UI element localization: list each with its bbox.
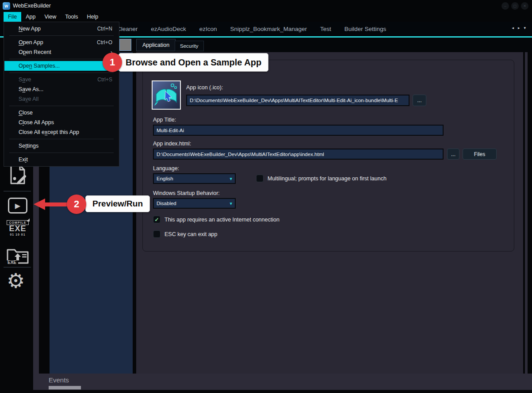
play-icon: ▶ xyxy=(15,202,20,210)
app-settings-groupbox: App icon (.ico): D:\Documents\WebExeBuil… xyxy=(142,60,514,252)
events-panel xyxy=(33,374,532,390)
tab-security[interactable]: Security xyxy=(175,41,204,51)
menu-separator xyxy=(9,153,114,153)
esc-exit-label: ESC key can exit app xyxy=(165,231,218,237)
settings-gear-icon[interactable]: ⚙ xyxy=(7,271,25,291)
preview-run-button[interactable]: ▶ xyxy=(8,198,27,214)
compile-binary-text: 01 10 01 xyxy=(7,233,29,236)
chevron-down-icon: ▾ xyxy=(230,201,232,206)
tab-scroll-right-icon[interactable]: ▸ xyxy=(518,26,520,30)
maximize-button[interactable]: ▢ xyxy=(511,2,519,10)
menu-item-save-as[interactable]: Save As... xyxy=(4,84,119,94)
menu-item-settings[interactable]: Settings xyxy=(4,141,119,151)
events-progress-bar xyxy=(49,386,81,389)
menu-item-close-all-apps[interactable]: Close All Apps xyxy=(4,118,119,127)
multilingual-label: Multilingual; prompts for language on fi… xyxy=(268,176,387,182)
menu-bar: File App View Tools Help xyxy=(0,12,532,22)
multilingual-checkbox[interactable] xyxy=(256,175,264,182)
menu-help[interactable]: Help xyxy=(82,12,103,22)
events-label: Events xyxy=(49,376,69,384)
export-exe-folder-icon[interactable]: EXE xyxy=(6,246,29,264)
app-title-label: App Title: xyxy=(153,117,176,123)
menu-separator xyxy=(9,35,114,36)
menu-separator xyxy=(9,59,114,59)
compile-exe-text: EXE xyxy=(7,225,29,233)
language-dropdown[interactable]: English ▾ xyxy=(153,173,236,184)
language-value: English xyxy=(157,176,173,181)
app-tab-icon xyxy=(119,39,131,51)
language-label: Language: xyxy=(153,165,179,172)
callout-2-arrow-icon xyxy=(34,198,45,210)
internet-connection-label: This app requires an active Internet con… xyxy=(165,217,279,223)
tab-ezicon[interactable]: ezIcon xyxy=(199,26,217,32)
close-icon: ✕ xyxy=(523,4,526,8)
maximize-icon: ▢ xyxy=(513,4,517,8)
app-icon-path-input[interactable]: D:\Documents\WebExeBuilder_Dev\Apps\Mult… xyxy=(186,95,410,106)
app-icon-path-value: D:\Documents\WebExeBuilder_Dev\Apps\Mult… xyxy=(190,98,398,103)
esc-exit-checkbox[interactable] xyxy=(153,230,161,238)
file-menu-dropdown: New App Ctrl+N Open App Ctrl+O Open Rece… xyxy=(4,22,119,167)
menu-item-save[interactable]: Save Ctrl+S xyxy=(4,75,119,84)
callout-1-badge: 1 xyxy=(103,53,122,72)
menu-separator xyxy=(9,139,114,139)
right-scrollbar[interactable] xyxy=(525,52,528,374)
menu-view[interactable]: View xyxy=(40,12,61,22)
menu-file[interactable]: File xyxy=(4,12,21,22)
app-logo-icon: w xyxy=(3,2,10,10)
application-settings-panel: App icon (.ico): D:\Documents\WebExeBuil… xyxy=(136,52,523,374)
app-icon-preview xyxy=(152,80,181,110)
window-title: WebExeBuilder xyxy=(13,0,51,12)
menu-item-close[interactable]: Close xyxy=(4,108,119,118)
book-cursor-icon xyxy=(153,81,180,109)
app-title-value: Multi-Edit-Ai xyxy=(157,128,184,133)
chevron-down-icon: ▾ xyxy=(230,176,232,182)
app-title-input[interactable]: Multi-Edit-Ai xyxy=(153,125,444,136)
app-index-value: D:\Documents\WebExeBuilder_Dev\Apps\Mult… xyxy=(157,152,324,157)
menu-app[interactable]: App xyxy=(21,12,40,22)
menu-separator xyxy=(9,72,114,73)
app-index-label: App index.html: xyxy=(153,141,191,147)
tab-ezaudiodeck[interactable]: ezAudioDeck xyxy=(151,26,186,32)
page-fold-icon xyxy=(27,218,30,221)
tab-scroll-controls: ◂ ▸ ▾ xyxy=(512,26,526,30)
app-index-input[interactable]: D:\Documents\WebExeBuilder_Dev\Apps\Mult… xyxy=(153,149,444,160)
compile-exe-icon[interactable]: COMPILE EXE 01 10 01 xyxy=(7,220,29,236)
browse-index-button[interactable]: ... xyxy=(447,149,459,160)
tab-snipplz-bookmark-manager[interactable]: Snipplz_Bookmark_Manager xyxy=(230,26,307,32)
menu-item-close-all-except[interactable]: Close All except this App xyxy=(4,127,119,137)
menu-item-open-app[interactable]: Open App Ctrl+O xyxy=(4,38,119,47)
browse-icon-button[interactable]: ... xyxy=(413,95,426,106)
tab-list-dropdown-icon[interactable]: ▾ xyxy=(524,26,526,30)
minimize-icon: – xyxy=(504,4,506,8)
title-bar: w WebExeBuilder – ▢ ✕ xyxy=(0,0,532,12)
sidebar-separator xyxy=(4,191,31,191)
menu-item-open-recent[interactable]: Open Recent › xyxy=(4,47,119,57)
check-icon: ✓ xyxy=(154,217,159,222)
callout-1-label: Browse and Open a Sample App xyxy=(119,53,268,72)
startup-behavior-label: Windows Startup Behavior: xyxy=(153,190,220,196)
webexebuilder-window: w WebExeBuilder – ▢ ✕ File App View Tool… xyxy=(0,0,532,393)
internet-connection-checkbox[interactable]: ✓ xyxy=(153,216,161,223)
minimize-button[interactable]: – xyxy=(501,2,509,10)
files-button[interactable]: Files xyxy=(463,149,497,160)
app-icon-label: App icon (.ico): xyxy=(186,84,223,91)
menu-tools[interactable]: Tools xyxy=(61,12,82,22)
callout-2-label: Preview/Run xyxy=(85,195,150,212)
tab-cleaner[interactable]: Cleaner xyxy=(117,26,138,32)
startup-behavior-value: Disabled xyxy=(157,201,176,206)
close-button[interactable]: ✕ xyxy=(521,2,528,10)
menu-item-save-all[interactable]: Save All xyxy=(4,94,119,104)
menu-separator xyxy=(9,106,114,106)
edit-app-icon[interactable] xyxy=(8,164,28,185)
startup-behavior-dropdown[interactable]: Disabled ▾ xyxy=(153,198,236,209)
tab-scroll-left-icon[interactable]: ◂ xyxy=(512,26,514,30)
tab-application[interactable]: Application xyxy=(136,39,176,51)
tab-builder-settings[interactable]: Builder Settings xyxy=(344,26,387,32)
menu-item-exit[interactable]: Exit xyxy=(4,155,119,164)
callout-2-badge: 2 xyxy=(67,195,86,214)
menu-item-new-app[interactable]: New App Ctrl+N xyxy=(4,24,119,34)
export-exe-text: EXE xyxy=(8,260,16,264)
tab-test[interactable]: Test xyxy=(320,26,331,32)
sidebar-separator xyxy=(4,267,31,267)
menu-item-open-samples[interactable]: Open Samples... xyxy=(4,61,119,71)
